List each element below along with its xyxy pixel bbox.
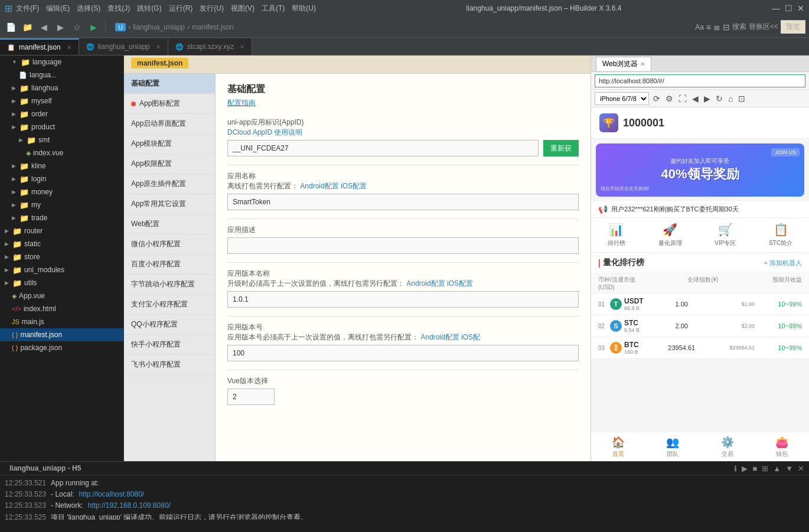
bottom-tab-team[interactable]: 👥 团队 xyxy=(645,432,700,461)
bottom-info-button[interactable]: ℹ xyxy=(734,464,737,473)
tab-close-manifest[interactable]: ✕ xyxy=(67,44,71,51)
config-nav-app-permission[interactable]: App权限配置 xyxy=(124,154,215,174)
sidebar-item-app-vue[interactable]: ◈ App.vue xyxy=(0,289,123,302)
desc-input[interactable] xyxy=(227,237,579,254)
menu-view[interactable]: 视图(V) xyxy=(231,4,255,14)
config-nav-app-other[interactable]: App常用其它设置 xyxy=(124,194,215,214)
version-num-android-link[interactable]: Android配置 xyxy=(420,333,459,341)
sidebar-item-login[interactable]: ▶ 📁 login xyxy=(0,172,123,185)
bottom-close-button[interactable]: ✕ xyxy=(798,464,804,473)
tab-manifest[interactable]: 📋 manifest.json ✕ xyxy=(0,38,79,55)
tab-lianghua[interactable]: 🌐 lianghua_uniapp ✕ xyxy=(79,38,168,55)
menu-find[interactable]: 查找(J) xyxy=(107,4,130,14)
sidebar-item-main-js[interactable]: JS main.js xyxy=(0,315,123,328)
sidebar-item-utils[interactable]: ▶ 📁 utils xyxy=(0,276,123,289)
app-banner[interactable]: 邀约好友加入即可享受 40%领导奖励 JOIN US 现在开始安全史无前例! xyxy=(596,143,804,197)
font-size-button[interactable]: Aa xyxy=(695,23,704,31)
version-name-input[interactable] xyxy=(227,291,579,308)
close-button[interactable]: ✕ xyxy=(797,4,804,13)
browser-tab-close[interactable]: ✕ xyxy=(640,61,645,67)
forward-nav-button[interactable]: ▶ xyxy=(702,94,712,103)
ios-config-link[interactable]: iOS配置 xyxy=(341,182,367,190)
menu-edit[interactable]: 编辑(E) xyxy=(46,4,70,14)
sidebar-item-my[interactable]: ▶ 📁 my xyxy=(0,198,123,211)
config-nav-basic[interactable]: 基础配置 xyxy=(124,74,215,94)
config-guide-link[interactable]: 配置指南 xyxy=(227,98,579,108)
sidebar-item-index-html[interactable]: </> index.html xyxy=(0,302,123,315)
sidebar-item-order[interactable]: ▶ 📁 order xyxy=(0,107,123,120)
device-selector[interactable]: iPhone 6/7/8iPhone XiPadGalaxy S5 xyxy=(595,92,649,105)
settings-button[interactable]: ⚙ xyxy=(664,94,675,103)
config-nav-kuaishou[interactable]: 快手小程序配置 xyxy=(124,335,215,355)
sidebar-item-kline[interactable]: ▶ 📁 kline xyxy=(0,159,123,172)
menu-publish[interactable]: 发行(U) xyxy=(200,4,224,14)
filter-button[interactable]: ⊟ xyxy=(723,22,730,32)
config-nav-qq[interactable]: QQ小程序配置 xyxy=(124,315,215,335)
preview-button[interactable]: 预览 xyxy=(781,20,805,34)
sidebar-item-store[interactable]: ▶ 📁 store xyxy=(0,250,123,263)
config-nav-feishu[interactable]: 飞书小程序配置 xyxy=(124,355,215,375)
breadcrumb-file[interactable]: manifest.json xyxy=(192,23,234,31)
rotate-button[interactable]: ⟳ xyxy=(651,94,662,103)
new-file-button[interactable]: 📄 xyxy=(4,20,18,34)
run-button[interactable]: ▶ xyxy=(86,20,100,34)
bottom-up-button[interactable]: ▲ xyxy=(773,464,781,473)
sidebar-item-index-vue[interactable]: ◈ index.vue xyxy=(0,146,123,159)
menu-help[interactable]: 帮助(U) xyxy=(292,4,316,14)
bookmark-nav-button[interactable]: ⊡ xyxy=(736,94,747,103)
log-link-local[interactable]: http://localhost:8080/ xyxy=(79,489,144,500)
appid-input[interactable] xyxy=(227,140,539,156)
sidebar-item-smt[interactable]: ▶ 📁 smt xyxy=(0,133,123,146)
appid-usage-link[interactable]: 使用说明 xyxy=(274,128,302,136)
breadcrumb-project[interactable]: lianghua_uniapp xyxy=(133,23,185,31)
bottom-down-button[interactable]: ▼ xyxy=(785,464,793,473)
nav-icon-vip[interactable]: 🛒 VIP专区 xyxy=(715,223,736,247)
format-button[interactable]: ≡ xyxy=(706,22,711,32)
add-robot-button[interactable]: + 添加机器人 xyxy=(764,259,802,267)
tab-close-lianghua[interactable]: ✕ xyxy=(156,44,161,50)
sidebar-item-static[interactable]: ▶ 📁 static xyxy=(0,237,123,250)
forward-button[interactable]: ▶ xyxy=(53,20,67,34)
android-config-link[interactable]: Android配置 xyxy=(300,182,338,190)
config-nav-app-icon[interactable]: App图标配置 xyxy=(124,94,215,114)
version-android-link[interactable]: Android配置 xyxy=(406,279,445,288)
config-nav-app-sdk[interactable]: App模块配置 xyxy=(124,134,215,154)
browser-tab-web[interactable]: Web浏览器 ✕ xyxy=(596,57,651,71)
sidebar-item-package-json[interactable]: { } package.json xyxy=(0,341,123,354)
nav-icon-ranking[interactable]: 📊 排行榜 xyxy=(608,223,625,247)
bottom-run-button[interactable]: ▶ xyxy=(742,464,748,473)
browser-url-input[interactable] xyxy=(595,74,805,87)
sidebar-item-trade[interactable]: ▶ 📁 trade xyxy=(0,211,123,224)
tab-stcapi[interactable]: 🌐 stcapi.szxy.xyz ✕ xyxy=(168,38,252,55)
bottom-debug-button[interactable]: ⊞ xyxy=(762,464,768,473)
align-button[interactable]: ≣ xyxy=(713,22,720,32)
open-file-button[interactable]: 📁 xyxy=(20,20,34,34)
bottom-stop-button[interactable]: ■ xyxy=(752,464,757,473)
home-button[interactable]: ⌂ xyxy=(726,94,735,103)
appname-input[interactable] xyxy=(227,194,579,210)
sidebar-item-language[interactable]: ▼ 📁 language xyxy=(0,56,123,68)
sidebar-item-uni-modules[interactable]: ▶ 📁 uni_modules xyxy=(0,263,123,276)
tab-close-stcapi[interactable]: ✕ xyxy=(240,44,244,50)
menu-select[interactable]: 选择(S) xyxy=(77,4,100,14)
fullscreen-button[interactable]: ⛶ xyxy=(677,94,689,103)
config-nav-baidu[interactable]: 百度小程序配置 xyxy=(124,254,215,275)
config-nav-toutiao[interactable]: 字节跳动小程序配置 xyxy=(124,275,215,295)
version-num-input[interactable] xyxy=(227,345,579,361)
minimize-button[interactable]: — xyxy=(772,4,780,13)
nav-icon-stc[interactable]: 📋 STC简介 xyxy=(769,223,792,247)
sidebar-item-money[interactable]: ▶ 📁 money xyxy=(0,185,123,198)
sidebar-item-langua[interactable]: 📄 langua... xyxy=(0,68,123,81)
sidebar-item-myself[interactable]: ▶ 📁 myself xyxy=(0,94,123,107)
nav-icon-quant[interactable]: 🚀 量化原理 xyxy=(658,223,682,247)
dcloud-appid-link[interactable]: DCloud AppID xyxy=(227,128,272,136)
sidebar-item-manifest-json[interactable]: { } manifest.json xyxy=(0,328,123,341)
config-nav-alipay[interactable]: 支付宝小程序配置 xyxy=(124,295,215,315)
menu-run[interactable]: 运行(R) xyxy=(169,4,193,14)
config-nav-wechat[interactable]: 微信小程序配置 xyxy=(124,234,215,254)
log-link-network[interactable]: http://192.168.0.109:8080/ xyxy=(88,500,171,511)
refresh-button[interactable]: ↻ xyxy=(714,94,725,103)
sidebar-item-product[interactable]: ▶ 📁 product xyxy=(0,120,123,133)
maximize-button[interactable]: ☐ xyxy=(785,4,792,13)
config-nav-app-native[interactable]: App原生插件配置 xyxy=(124,174,215,194)
